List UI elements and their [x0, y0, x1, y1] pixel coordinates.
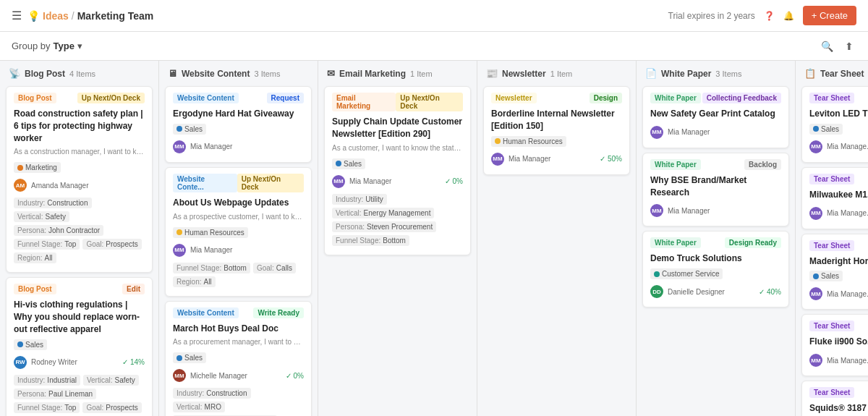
- card-meta: MM Michelle Manager: [173, 369, 247, 382]
- card-tag: Sales: [332, 158, 365, 169]
- card[interactable]: Tear Sheet Leviton LED TV... Sales MM Mi…: [801, 86, 868, 163]
- tag-dot: [176, 355, 182, 361]
- card-tags: Human Resources: [173, 226, 304, 239]
- chevron-down-icon[interactable]: ▾: [77, 41, 82, 51]
- notification-icon[interactable]: 🔔: [783, 11, 794, 21]
- avatar: MM: [173, 140, 186, 153]
- card-meta: MM Mia Manage...: [809, 287, 868, 300]
- card-meta: RW Rodney Writer: [14, 356, 77, 369]
- avatar: MM: [491, 153, 504, 166]
- hamburger-icon[interactable]: ☰: [12, 9, 22, 22]
- card-meta: MM Mia Manager: [332, 175, 391, 188]
- card-person: Danielle Designer: [668, 288, 725, 296]
- column-icon: 📡: [9, 68, 20, 79]
- card-header: Newsletter Design: [491, 93, 622, 103]
- card-title: Fluke ii900 So... Leave Behind: [809, 336, 868, 348]
- card-progress: ✓ 0%: [445, 177, 463, 185]
- card[interactable]: Website Conte... Up Next/On Deck About U…: [165, 167, 312, 297]
- board: 📡 Blog Post 4 Items Blog Post Up Next/On…: [0, 61, 868, 416]
- card-field-tag: Persona: Steven Procurement: [332, 221, 436, 232]
- card-header: Website Conte... Up Next/On Deck: [173, 174, 304, 192]
- header-left: ☰ 💡 Ideas / Marketing Team: [12, 9, 153, 22]
- card-type-badge: White Paper: [650, 93, 701, 103]
- card-person: Michelle Manager: [190, 372, 247, 380]
- card-fields: Industry: ConstructionVertical: SafetyPe…: [14, 197, 145, 264]
- card-meta: MM Mia Manage...: [809, 140, 868, 153]
- card-title: Milwaukee M1...: [809, 189, 868, 201]
- card[interactable]: Blog Post Up Next/On Deck Road construct…: [6, 86, 153, 273]
- card[interactable]: Tear Sheet Squids® 3187 Tethering Kit MM…: [801, 381, 868, 416]
- card-type-badge: Email Marketing: [332, 93, 396, 111]
- card-meta: AM Amanda Manager: [14, 179, 89, 192]
- avatar: MM: [650, 204, 663, 217]
- search-button[interactable]: 🔍: [818, 38, 836, 55]
- card[interactable]: Tear Sheet Milwaukee M1... MM Mia Manage…: [801, 167, 868, 229]
- card[interactable]: Email Marketing Up Next/On Deck Supply C…: [324, 86, 471, 255]
- card-title: Supply Chain Update Customer Newsletter …: [332, 116, 463, 140]
- card-desc: As a prospective customer, I want to kno…: [173, 212, 304, 222]
- column-website-content: 🖥 Website Content 3 Items Website Conten…: [159, 61, 318, 416]
- card[interactable]: Website Content Request Ergodyne Hard Ha…: [165, 86, 312, 163]
- card-title: Ergodyne Hard Hat Giveaway: [173, 108, 304, 120]
- toolbar-right: 🔍 ⬆: [818, 38, 856, 55]
- avatar: MM: [809, 354, 822, 367]
- card-fields: Industry: ConstructionVertical: MROPerso…: [173, 387, 304, 416]
- card[interactable]: Tear Sheet Fluke ii900 So... Leave Behin…: [801, 314, 868, 376]
- card-tags: Sales: [809, 270, 868, 282]
- card-tag: Customer Service: [650, 268, 723, 279]
- card-header: White Paper Collecting Feedback: [650, 93, 781, 103]
- avatar: MM: [173, 244, 186, 257]
- card[interactable]: Website Content Write Ready March Hot Bu…: [165, 301, 312, 416]
- column-header-newsletter: 📰 Newsletter 1 Item: [477, 61, 636, 83]
- card-meta-row: MM Michelle Manager ✓ 0%: [173, 366, 304, 385]
- column-count: 3 Items: [715, 69, 741, 78]
- card-header: White Paper Backlog: [650, 159, 781, 170]
- card-header: Email Marketing Up Next/On Deck: [332, 93, 463, 111]
- card-type-badge: Blog Post: [14, 93, 56, 103]
- card-progress: ✓ 0%: [286, 372, 304, 380]
- card-type-badge: Tear Sheet: [809, 387, 854, 398]
- card-meta-row: MM Mia Manage...: [809, 284, 868, 303]
- group-by-type[interactable]: Type: [53, 41, 74, 51]
- create-button[interactable]: + Create: [803, 6, 856, 25]
- card-tags: Customer Service: [650, 268, 781, 280]
- card-type-badge: Website Conte...: [173, 174, 237, 192]
- card-title: New Safety Gear Print Catalog: [650, 108, 781, 120]
- card[interactable]: Tear Sheet Maderight Hor... Sheet Sales …: [801, 234, 868, 310]
- column-label: Blog Post: [25, 69, 65, 79]
- card-fields: Funnel Stage: BottomGoal: CallsRegion: A…: [173, 262, 304, 288]
- card-meta: MM Mia Manager: [173, 244, 232, 257]
- card-tags: Marketing: [14, 161, 145, 174]
- avatar: AM: [14, 179, 27, 192]
- card-title: About Us Webpage Updates: [173, 197, 304, 209]
- card-tag: Sales: [173, 124, 206, 135]
- card-progress: ✓ 50%: [600, 155, 622, 163]
- card-tags: Sales: [173, 352, 304, 364]
- card-header: Blog Post Up Next/On Deck: [14, 93, 145, 103]
- share-button[interactable]: ⬆: [842, 38, 856, 55]
- breadcrumb-ideas[interactable]: Ideas: [43, 10, 69, 22]
- card[interactable]: Blog Post Edit Hi-vis clothing regulatio…: [6, 277, 153, 416]
- card[interactable]: White Paper Collecting Feedback New Safe…: [642, 86, 789, 148]
- avatar: MM: [809, 287, 822, 300]
- breadcrumb: 💡 Ideas / Marketing Team: [27, 10, 153, 22]
- column-count: 4 Items: [69, 69, 95, 78]
- column-white-paper: 📄 White Paper 3 Items White Paper Collec…: [637, 61, 796, 416]
- card[interactable]: Newsletter Design Borderline Internal Ne…: [483, 86, 630, 175]
- card-person: Mia Manage...: [827, 209, 868, 217]
- column-tear-sheet: 📋 Tear Sheet Tear Sheet Leviton LED TV..…: [796, 61, 868, 416]
- tag-dot: [176, 229, 182, 235]
- column-cards-tear-sheet: Tear Sheet Leviton LED TV... Sales MM Mi…: [796, 83, 868, 416]
- column-count: 1 Item: [550, 69, 573, 78]
- card[interactable]: White Paper Design Ready Demo Truck Solu…: [642, 231, 789, 307]
- card-tag: Sales: [173, 352, 206, 363]
- card-meta-row: MM Mia Manager: [650, 123, 781, 142]
- help-icon[interactable]: ❓: [764, 11, 775, 21]
- card-tag: Human Resources: [173, 227, 248, 238]
- card-person: Mia Manage...: [827, 290, 868, 298]
- card-title: Borderline Internal Newsletter [Edition …: [491, 108, 622, 132]
- card[interactable]: White Paper Backlog Why BSE Brand/Market…: [642, 153, 789, 227]
- card-type-badge: Tear Sheet: [809, 321, 854, 331]
- column-cards-email-marketing: Email Marketing Up Next/On Deck Supply C…: [318, 83, 477, 416]
- card-person: Rodney Writer: [31, 358, 77, 366]
